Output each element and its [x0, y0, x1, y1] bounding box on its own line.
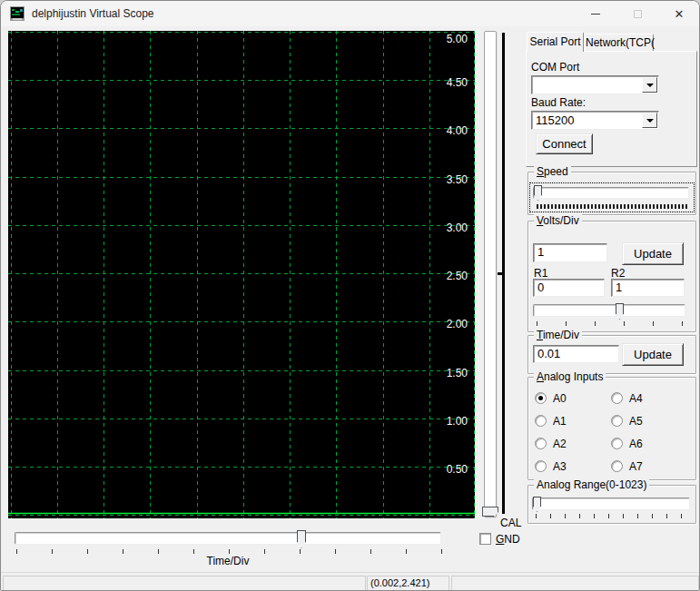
radio-a1-label: A1	[553, 415, 567, 428]
status-panel-right	[451, 576, 699, 591]
close-button[interactable]: ✕	[658, 1, 700, 26]
radio-a2-label: A2	[553, 438, 567, 450]
gnd-checkbox[interactable]	[479, 533, 491, 545]
r1-label: R1	[534, 267, 547, 280]
analog-inputs-group-label: Analog Inputs	[534, 370, 606, 383]
status-bar: (0.002,2.421)	[1, 572, 700, 591]
volts-div-update-button[interactable]: Update	[622, 242, 684, 265]
baud-rate-value: 115200	[536, 113, 574, 127]
y-axis-label: 2.50	[431, 271, 468, 281]
speed-group-label: Speed	[534, 165, 571, 178]
time-div-group-label: Time/Div	[534, 329, 582, 341]
radio-a6[interactable]	[611, 438, 623, 449]
maximize-icon	[634, 10, 642, 18]
y-axis-label: 1.50	[431, 368, 468, 379]
app-window: delphijustin Virtual Scope ✕	[0, 0, 700, 591]
radio-a0-label: A0	[553, 392, 567, 405]
timediv-slider-label: Time/Div	[196, 555, 260, 567]
radio-a6-label: A6	[629, 438, 643, 450]
scope-grid	[8, 31, 475, 518]
y-axis-label: 4.50	[431, 77, 468, 88]
y-axis-label: 4.00	[431, 125, 468, 136]
minimize-button[interactable]	[575, 1, 616, 26]
y-axis-label: 2.00	[431, 319, 468, 330]
radio-a5[interactable]	[611, 415, 623, 427]
oscilloscope-app-icon	[10, 6, 25, 21]
maximize-button[interactable]	[616, 1, 658, 26]
speed-slider-track[interactable]	[533, 187, 689, 199]
r2-label: R2	[611, 267, 625, 280]
status-panel-coordinates: (0.002,2.421)	[367, 576, 449, 591]
radio-a5-label: A5	[629, 415, 643, 428]
volts-div-group-label: Volts/Div	[534, 214, 582, 227]
radio-a3[interactable]	[535, 460, 547, 472]
tab-serial-port[interactable]: Serial Port	[527, 32, 584, 52]
cal-label: CAL	[500, 517, 521, 529]
title-bar: delphijustin Virtual Scope ✕	[1, 1, 699, 26]
baud-rate-combobox[interactable]: 115200	[531, 111, 659, 130]
radio-a4[interactable]	[611, 392, 623, 404]
baud-rate-dropdown-button[interactable]	[642, 113, 657, 128]
connect-button[interactable]: Connect	[536, 133, 593, 154]
gnd-label: GND	[496, 533, 520, 546]
time-div-update-button[interactable]: Update	[622, 343, 684, 366]
r-range-slider-track[interactable]	[533, 304, 685, 317]
chevron-down-icon	[646, 84, 654, 87]
analog-range-slider-track[interactable]	[532, 497, 690, 510]
analog-range-group-label: Analog Range(0-1023)	[534, 478, 649, 491]
radio-a4-label: A4	[629, 392, 643, 405]
com-port-label: COM Port	[531, 61, 579, 74]
status-panel-left	[3, 576, 366, 591]
radio-a7[interactable]	[611, 460, 623, 472]
radio-a0[interactable]	[535, 392, 547, 404]
close-icon: ✕	[675, 8, 685, 20]
cal-slider-track[interactable]	[484, 31, 497, 517]
tab-network-tcp[interactable]: Network(TCP(	[585, 34, 654, 51]
radio-a3-label: A3	[553, 460, 567, 473]
chevron-down-icon	[646, 119, 654, 123]
r1-input[interactable]: 0	[533, 279, 605, 297]
radio-a2[interactable]	[535, 438, 547, 449]
y-axis-label: 0.50	[431, 464, 468, 475]
com-port-combobox[interactable]	[531, 75, 659, 94]
r2-input[interactable]: 1	[611, 279, 685, 297]
com-port-dropdown-button[interactable]	[642, 77, 657, 93]
time-div-input[interactable]: 0.01	[533, 345, 619, 363]
cal-slider-mid-tick	[498, 272, 502, 275]
window-title: delphijustin Virtual Scope	[32, 7, 154, 20]
r-range-slider-ticks	[537, 321, 685, 326]
analog-range-slider-ticks	[536, 514, 690, 518]
y-axis-label: 1.00	[431, 416, 468, 427]
radio-a7-label: A7	[629, 460, 643, 473]
y-axis-label: 5.00	[431, 34, 468, 44]
timediv-slider-track[interactable]	[15, 532, 441, 545]
timediv-slider-ticks	[16, 549, 443, 554]
volts-div-input[interactable]: 1	[533, 243, 607, 262]
cal-slider-ticks	[502, 33, 505, 514]
baud-rate-label: Baud Rate:	[531, 96, 586, 109]
speed-slider-ticks	[537, 204, 687, 209]
minimize-icon	[591, 14, 600, 15]
radio-a1[interactable]	[535, 415, 547, 427]
y-axis-label: 3.00	[431, 222, 468, 233]
scope-display[interactable]: 5.00 4.50 4.00 3.50 3.00 2.50 2.00 1.50 …	[8, 31, 475, 518]
y-axis-label: 3.50	[431, 174, 468, 185]
timediv-slider-thumb[interactable]	[297, 530, 306, 548]
